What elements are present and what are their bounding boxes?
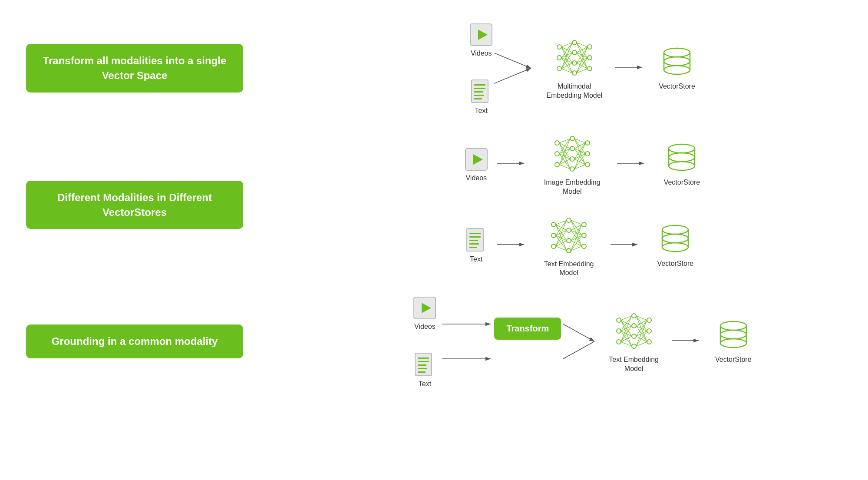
svg-point-15 bbox=[572, 50, 577, 55]
section2-row1: Videos bbox=[463, 132, 700, 196]
svg-point-17 bbox=[572, 71, 577, 75]
text-doc-icon-3 bbox=[412, 352, 438, 378]
db-icon-2b bbox=[660, 223, 690, 258]
section1-row: Transform all modalities into a single V… bbox=[0, 22, 868, 115]
svg-point-115 bbox=[582, 244, 586, 248]
input-video-2: Videos bbox=[463, 146, 489, 182]
section2-model2: Text EmbeddingModel bbox=[544, 214, 594, 278]
svg-point-66 bbox=[585, 162, 590, 167]
section2-row: Different Modalities in Different Vector… bbox=[0, 132, 868, 278]
section1-label: Transform all modalities into a single V… bbox=[26, 44, 243, 92]
video-icon-3 bbox=[412, 295, 438, 321]
section3-right: Videos Text bbox=[295, 295, 842, 388]
sec3-arrows-in bbox=[442, 307, 494, 376]
sec3-arrow-svg bbox=[442, 307, 494, 376]
svg-point-107 bbox=[551, 233, 556, 238]
image-model-label: Image EmbeddingModel bbox=[544, 178, 601, 196]
arrow-out-svg bbox=[615, 63, 646, 72]
svg-point-164 bbox=[617, 340, 621, 344]
svg-point-57 bbox=[555, 141, 559, 145]
section3-model: Text EmbeddingModel bbox=[609, 309, 659, 374]
input-video-3: Videos bbox=[412, 295, 438, 331]
svg-line-8 bbox=[494, 53, 531, 68]
arrow2b bbox=[617, 159, 647, 169]
svg-point-97 bbox=[669, 153, 695, 162]
text-doc-icon bbox=[468, 79, 494, 105]
transform-area: Transform bbox=[494, 318, 561, 340]
svg-point-47 bbox=[664, 48, 690, 57]
svg-rect-103 bbox=[469, 247, 477, 248]
svg-rect-102 bbox=[469, 243, 479, 245]
section1-model: MultimodalEmbedding Model bbox=[546, 36, 602, 100]
videos-label: Videos bbox=[471, 50, 492, 57]
svg-point-12 bbox=[557, 56, 561, 60]
svg-point-52 bbox=[664, 57, 690, 66]
svg-rect-3 bbox=[474, 84, 485, 86]
svg-rect-153 bbox=[418, 368, 427, 369]
sec3-inputs: Videos Text bbox=[412, 295, 438, 388]
nn-text-embed-icon-3 bbox=[612, 309, 656, 353]
db-icon-3 bbox=[718, 319, 749, 354]
svg-point-142 bbox=[662, 225, 688, 234]
text-label1: Text bbox=[475, 107, 488, 115]
input-videos: Videos bbox=[468, 22, 494, 57]
svg-point-59 bbox=[555, 162, 559, 167]
svg-point-20 bbox=[587, 66, 592, 71]
svg-point-166 bbox=[632, 324, 636, 328]
svg-point-110 bbox=[567, 228, 571, 232]
svg-point-167 bbox=[632, 334, 636, 338]
svg-point-113 bbox=[582, 222, 586, 227]
section3-diagram: Videos Text bbox=[412, 295, 751, 388]
text-label-2: Text bbox=[470, 255, 482, 263]
videos-label-3: Videos bbox=[414, 323, 436, 331]
svg-point-168 bbox=[632, 344, 636, 348]
svg-rect-4 bbox=[474, 88, 485, 89]
svg-point-145 bbox=[662, 243, 688, 252]
svg-line-160 bbox=[563, 324, 594, 341]
svg-point-171 bbox=[647, 340, 651, 344]
section1-vectorstore: VectorStore bbox=[659, 46, 695, 90]
vectorstore-label-1: VectorStore bbox=[659, 83, 695, 90]
arrow2a bbox=[497, 159, 528, 169]
sec3-arrow-out bbox=[672, 336, 702, 347]
text-model-label-2: Text EmbeddingModel bbox=[544, 260, 594, 278]
vectorstore-label-2b: VectorStore bbox=[657, 260, 694, 268]
input-text-2: Text bbox=[463, 228, 489, 263]
svg-point-14 bbox=[572, 40, 577, 45]
arrow2c bbox=[497, 240, 528, 251]
section2-model1: Image EmbeddingModel bbox=[544, 132, 601, 196]
vectorstore-label-2a: VectorStore bbox=[664, 179, 700, 186]
section2-label: Different Modalities in Different Vector… bbox=[26, 181, 243, 229]
section1-inputs: Videos Text bbox=[468, 22, 494, 115]
svg-point-63 bbox=[570, 167, 574, 171]
svg-point-202 bbox=[720, 330, 746, 339]
db-icon-2a bbox=[667, 142, 697, 177]
svg-rect-99 bbox=[469, 233, 481, 234]
section3-left: Grounding in a common modality bbox=[26, 324, 295, 358]
video-icon-2 bbox=[463, 146, 489, 172]
svg-rect-154 bbox=[418, 371, 426, 373]
svg-point-162 bbox=[617, 318, 621, 322]
svg-point-106 bbox=[551, 222, 556, 227]
svg-point-51 bbox=[664, 66, 690, 74]
svg-rect-6 bbox=[474, 95, 484, 96]
svg-rect-150 bbox=[418, 358, 429, 359]
svg-point-65 bbox=[585, 152, 590, 156]
svg-point-114 bbox=[582, 233, 586, 238]
svg-point-170 bbox=[647, 329, 651, 333]
svg-point-165 bbox=[632, 314, 636, 318]
section2-left: Different Modalities in Different Vector… bbox=[26, 181, 295, 229]
input-text-3: Text bbox=[412, 352, 438, 388]
svg-point-198 bbox=[720, 321, 746, 330]
vectorstore-2b: VectorStore bbox=[657, 223, 694, 268]
svg-rect-5 bbox=[474, 91, 483, 93]
svg-point-111 bbox=[567, 238, 571, 243]
svg-point-11 bbox=[557, 45, 561, 49]
svg-line-9 bbox=[494, 68, 531, 83]
section2-row2: Text bbox=[463, 214, 700, 278]
svg-point-64 bbox=[585, 141, 590, 145]
sec3-middle: Transform bbox=[494, 318, 561, 366]
svg-point-62 bbox=[570, 157, 574, 161]
svg-point-112 bbox=[567, 248, 571, 253]
svg-point-93 bbox=[669, 144, 695, 153]
